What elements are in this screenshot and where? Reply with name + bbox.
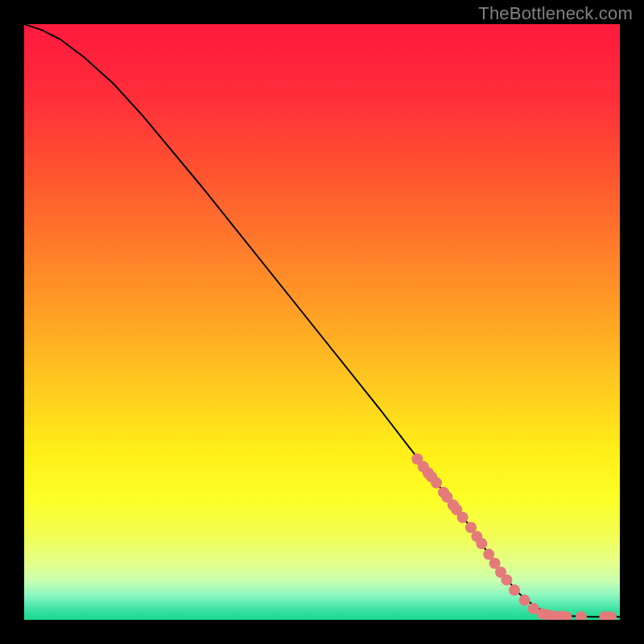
plot-area [24, 24, 620, 620]
data-point [519, 595, 530, 606]
scatter-points [411, 453, 617, 620]
data-point [576, 611, 587, 620]
data-point [501, 574, 512, 585]
chart-frame: TheBottleneck.com [0, 0, 644, 644]
data-point [457, 512, 469, 523]
data-point [509, 584, 520, 596]
data-point [476, 538, 487, 549]
watermark-text: TheBottleneck.com [478, 3, 633, 24]
scatter-layer [24, 24, 620, 620]
data-point [431, 477, 442, 489]
